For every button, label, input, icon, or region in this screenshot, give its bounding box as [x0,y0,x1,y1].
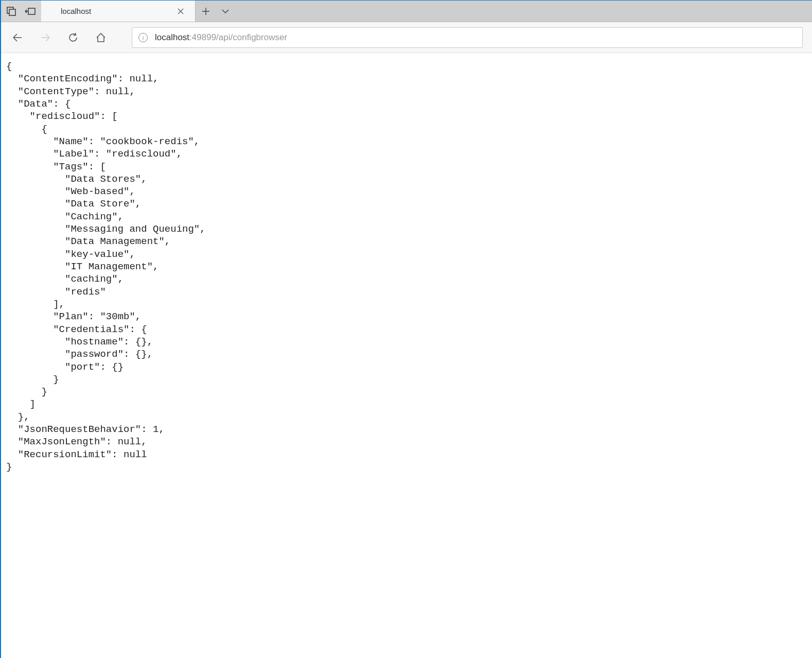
tab-bar: localhost [1,1,812,22]
browser-tab[interactable]: localhost [41,1,196,22]
tab-menu-chevron-icon[interactable] [220,6,231,16]
set-aside-tabs-icon[interactable] [24,5,37,18]
svg-rect-1 [9,9,15,15]
tabs-overview-icon[interactable] [5,5,19,18]
home-icon[interactable] [94,30,108,45]
tab-title: localhost [48,7,170,15]
address-bar[interactable]: i localhost:49899/api/configbrowser [132,27,803,48]
site-info-icon[interactable]: i [138,33,148,42]
json-response-body: { "ContentEncoding": null, "ContentType"… [1,53,812,480]
forward-icon [38,30,52,45]
refresh-icon[interactable] [66,30,80,45]
url-host: localhost [155,32,189,42]
nav-bar: i localhost:49899/api/configbrowser [1,22,812,53]
new-tab-icon[interactable] [201,6,211,16]
url-path: :49899/api/configbrowser [189,32,287,42]
back-icon[interactable] [10,30,25,45]
tab-actions [196,1,236,22]
tab-aside-controls [1,1,41,22]
close-tab-icon[interactable] [178,8,188,14]
url-text: localhost:49899/api/configbrowser [155,32,287,43]
svg-rect-2 [28,8,35,14]
